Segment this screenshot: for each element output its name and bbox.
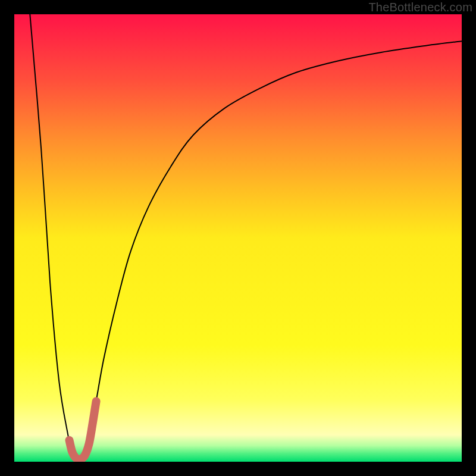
watermark-text: TheBottleneck.com	[368, 1, 472, 14]
highlight-catenary-path	[70, 401, 96, 459]
curve-layer	[14, 14, 462, 462]
chart-frame: TheBottleneck.com	[0, 0, 476, 476]
bottleneck-curve-path	[30, 14, 462, 460]
plot-area	[14, 14, 462, 462]
